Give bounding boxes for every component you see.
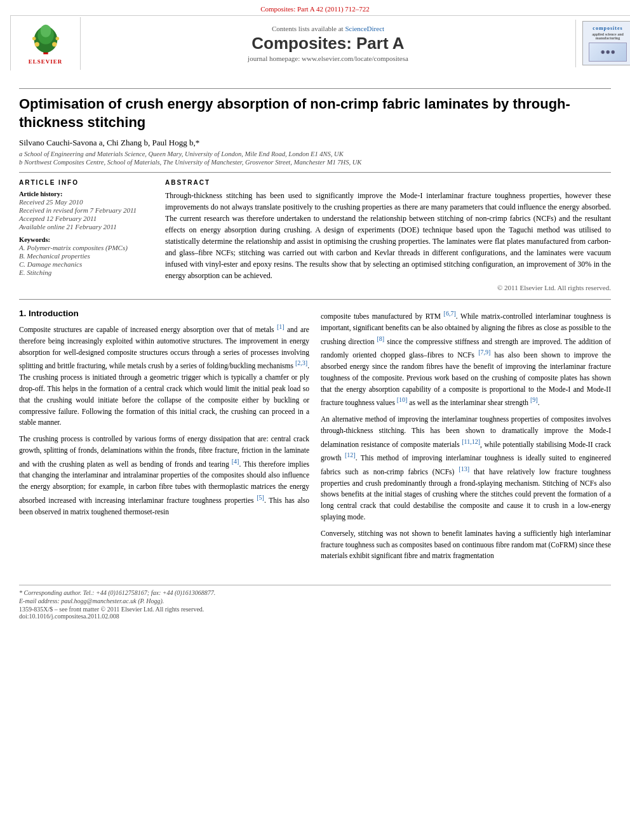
- accepted-date: Accepted 12 February 2011: [19, 215, 152, 222]
- abstract-heading: ABSTRACT: [165, 179, 611, 186]
- svg-point-6: [32, 36, 36, 40]
- affiliation-a: a School of Engineering and Materials Sc…: [19, 150, 611, 157]
- right-para2: An alternative method of improving the i…: [321, 414, 611, 523]
- sciencedirect-text: Contents lists available at ScienceDirec…: [87, 25, 569, 32]
- keyword-2: B. Mechanical properties: [19, 252, 152, 260]
- keyword-4: E. Stitching: [19, 269, 152, 276]
- corresponding-note: * Corresponding author. Tel.: +44 (0)161…: [19, 589, 611, 596]
- keywords-section: Keywords: A. Polymer-matrix composites (…: [19, 236, 152, 276]
- keywords-label: Keywords:: [19, 236, 152, 243]
- svg-point-5: [52, 42, 57, 46]
- history-label: Article history:: [19, 190, 152, 197]
- right-para1: composite tubes manufactured by RTM [6,7…: [321, 309, 611, 409]
- svg-point-3: [40, 24, 51, 37]
- copyright: © 2011 Elsevier Ltd. All rights reserved…: [165, 284, 611, 291]
- svg-point-7: [55, 36, 59, 40]
- intro-title: 1. Introduction: [19, 309, 309, 318]
- email-note: E-mail address: paul.hogg@manchester.ac.…: [19, 597, 611, 604]
- svg-point-4: [34, 42, 39, 46]
- article-authors: Silvano Cauchi-Savona a, Chi Zhang b, Pa…: [19, 138, 611, 148]
- keyword-1: A. Polymer-matrix composites (PMCs): [19, 244, 152, 251]
- article-info-heading: ARTICLE INFO: [19, 179, 152, 186]
- available-date: Available online 21 February 2011: [19, 223, 152, 230]
- journal-name: Composites: Part A: [87, 34, 569, 53]
- intro-para1: Composite structures are capable of incr…: [19, 322, 309, 429]
- journal-homepage: journal homepage: www.elsevier.com/locat…: [87, 55, 569, 62]
- received-date: Received 25 May 2010: [19, 198, 152, 206]
- journal-center: Contents lists available at ScienceDirec…: [81, 20, 576, 67]
- composites-logo: composites applied science and manufactu…: [576, 16, 630, 70]
- body-left-col: 1. Introduction Composite structures are…: [19, 309, 309, 567]
- info-abstract-section: ARTICLE INFO Article history: Received 2…: [19, 179, 611, 291]
- elsevier-label: ELSEVIER: [29, 58, 63, 65]
- revised-date: Received in revised form 7 February 2011: [19, 206, 152, 214]
- page: Composites: Part A 42 (2011) 712–722 ELS…: [0, 0, 630, 840]
- issn-doi: 1359-835X/$ – see front matter © 2011 El…: [19, 606, 611, 620]
- journal-ref: Composites: Part A 42 (2011) 712–722: [260, 5, 370, 13]
- right-para3: Conversely, stitching was not shown to b…: [321, 528, 611, 562]
- elsevier-logo: ELSEVIER: [11, 17, 81, 70]
- body-section: 1. Introduction Composite structures are…: [19, 309, 611, 567]
- article-info-col: ARTICLE INFO Article history: Received 2…: [19, 179, 152, 291]
- footer: * Corresponding author. Tel.: +44 (0)161…: [19, 585, 611, 620]
- abstract-text: Through-thickness stitching has been use…: [165, 190, 611, 281]
- keyword-3: C. Damage mechanics: [19, 260, 152, 268]
- abstract-col: ABSTRACT Through-thickness stitching has…: [165, 179, 611, 291]
- body-right-col: composite tubes manufactured by RTM [6,7…: [321, 309, 611, 567]
- article-title: Optimisation of crush energy absorption …: [19, 95, 611, 131]
- affiliation-b: b Northwest Composites Centre, School of…: [19, 159, 611, 166]
- intro-para2: The crushing process is controlled by va…: [19, 434, 309, 517]
- article-content: Optimisation of crush energy absorption …: [0, 70, 630, 578]
